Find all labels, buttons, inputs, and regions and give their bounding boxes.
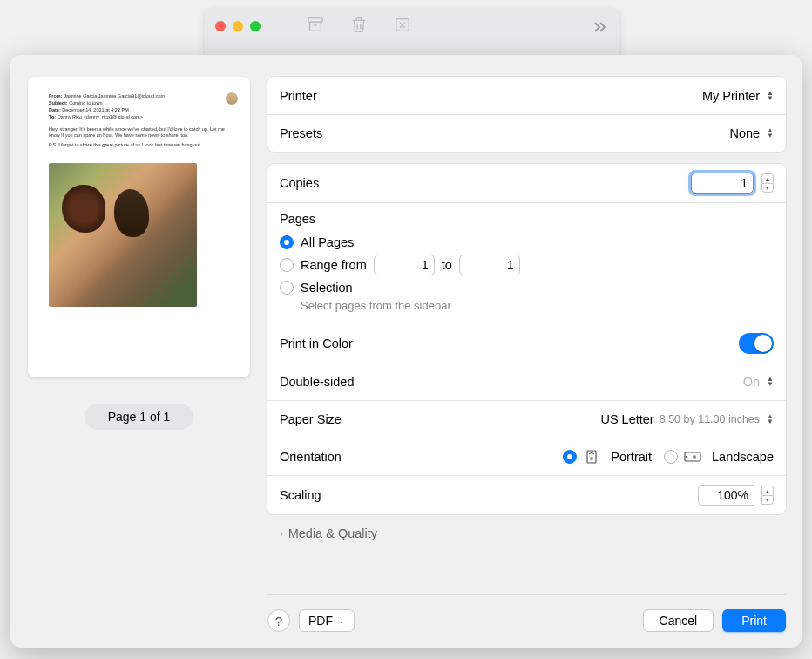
presets-value: None <box>729 126 760 140</box>
chevron-updown-icon: ▲▼ <box>767 91 774 101</box>
chevron-down-icon: ⌄ <box>338 616 345 625</box>
window-titlebar <box>205 9 619 44</box>
printer-section: Printer My Printer ▲▼ Presets None ▲▼ <box>267 77 786 152</box>
pages-block: Pages All Pages Range from to Selection … <box>267 202 786 324</box>
orientation-row: Orientation Portrait Landscape <box>267 438 786 475</box>
scaling-stepper[interactable]: ▲▼ <box>761 486 774 505</box>
cancel-button[interactable]: Cancel <box>643 609 714 632</box>
settings-pane: Printer My Printer ▲▼ Presets None ▲▼ Co… <box>267 55 802 648</box>
radio-icon <box>280 258 294 272</box>
double-sided-row[interactable]: Double-sided On ▲▼ <box>267 363 786 400</box>
archive-icon <box>306 15 325 37</box>
close-window-button[interactable] <box>215 21 226 31</box>
trash-icon <box>349 15 369 37</box>
svg-point-7 <box>590 457 593 460</box>
print-color-label: Print in Color <box>280 336 353 350</box>
paper-size-dims: 8.50 by 11.00 inches <box>660 413 760 425</box>
radio-icon <box>280 235 294 249</box>
page-indicator[interactable]: Page 1 of 1 <box>85 404 193 430</box>
pages-selection-option[interactable]: Selection <box>280 278 774 297</box>
junk-icon <box>393 15 412 37</box>
print-button[interactable]: Print <box>722 609 786 632</box>
copies-stepper[interactable]: ▲▼ <box>761 173 774 193</box>
scaling-label: Scaling <box>280 488 321 502</box>
radio-icon <box>664 450 678 464</box>
printer-row[interactable]: Printer My Printer ▲▼ <box>267 77 786 114</box>
zoom-window-button[interactable] <box>250 21 261 31</box>
paper-size-value: US Letter <box>600 412 653 426</box>
preview-content: From: Jasmine Garcia Jasmine.Garcia91@ic… <box>38 85 240 156</box>
page-preview[interactable]: From: Jasmine Garcia Jasmine.Garcia91@ic… <box>28 77 250 377</box>
avatar-icon <box>226 92 238 105</box>
minimize-window-button[interactable] <box>233 21 243 31</box>
double-sided-value: On <box>743 375 760 389</box>
scaling-input[interactable] <box>698 485 754 506</box>
radio-icon <box>563 450 577 464</box>
svg-point-9 <box>693 455 696 459</box>
paper-size-row[interactable]: Paper Size US Letter 8.50 by 11.00 inche… <box>267 400 786 438</box>
print-dialog: From: Jasmine Garcia Jasmine.Garcia91@ic… <box>10 55 802 648</box>
help-button[interactable]: ? <box>267 609 290 632</box>
presets-row[interactable]: Presets None ▲▼ <box>267 114 786 152</box>
range-to-input[interactable] <box>459 255 520 275</box>
preview-pane: From: Jasmine Garcia Jasmine.Garcia91@ic… <box>10 55 267 648</box>
selection-hint: Select pages from the sidebar <box>301 299 774 312</box>
presets-label: Presets <box>280 126 322 140</box>
pages-all-option[interactable]: All Pages <box>280 233 774 252</box>
pages-range-option[interactable]: Range from to <box>280 252 774 278</box>
svg-rect-1 <box>310 22 321 31</box>
pages-label: Pages <box>280 212 774 226</box>
paper-size-label: Paper Size <box>280 412 342 426</box>
chevron-right-icon: › <box>280 528 283 539</box>
copies-label: Copies <box>280 176 319 190</box>
orientation-landscape[interactable]: Landscape <box>664 447 774 466</box>
printer-value: My Printer <box>702 89 760 103</box>
traffic-lights <box>215 21 261 31</box>
scaling-row: Scaling ▲▼ <box>267 475 786 514</box>
landscape-icon <box>683 450 702 464</box>
chevron-updown-icon: ▲▼ <box>767 377 774 387</box>
portrait-icon <box>582 450 601 464</box>
radio-icon <box>280 281 294 295</box>
preview-photo <box>49 163 197 307</box>
printer-label: Printer <box>280 89 317 103</box>
overflow-icon[interactable] <box>593 21 607 37</box>
pdf-button[interactable]: PDF ⌄ <box>299 609 355 632</box>
orientation-portrait[interactable]: Portrait <box>563 447 652 466</box>
double-sided-label: Double-sided <box>280 375 354 389</box>
print-color-row: Print in Color <box>267 324 786 363</box>
chevron-updown-icon: ▲▼ <box>767 414 774 425</box>
background-toolbar <box>306 15 412 37</box>
print-color-toggle[interactable] <box>739 333 774 354</box>
media-quality-disclosure[interactable]: › Media & Quality <box>267 514 786 553</box>
options-section: Copies ▲▼ Pages All Pages Range from to <box>267 164 786 514</box>
copies-row: Copies ▲▼ <box>267 164 786 202</box>
copies-input[interactable] <box>691 173 754 194</box>
orientation-label: Orientation <box>280 450 342 464</box>
chevron-updown-icon: ▲▼ <box>767 128 774 139</box>
dialog-footer: ? PDF ⌄ Cancel Print <box>267 594 786 648</box>
range-from-input[interactable] <box>374 255 435 275</box>
